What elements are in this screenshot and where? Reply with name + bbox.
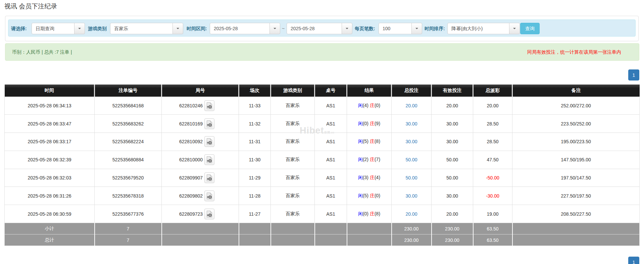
cell-time: 2025-05-28 06:32:03 — [5, 169, 95, 187]
video-replay-button[interactable] — [204, 209, 214, 219]
video-record-icon — [206, 156, 213, 163]
cell-round-id: 622809802 — [162, 187, 239, 205]
total-bet-link[interactable]: 20.00 — [405, 211, 417, 217]
date-to-value: 2025-05-28 — [287, 23, 342, 34]
watermark: Hibet体博.cc — [300, 125, 334, 136]
col-header-1: 注单编号 — [95, 85, 162, 97]
date-type-select-caret[interactable] — [74, 23, 85, 34]
total-bet-link[interactable]: 50.00 — [405, 157, 417, 162]
cell-time: 2025-05-28 06:30:59 — [5, 205, 95, 223]
video-replay-button[interactable] — [204, 191, 214, 201]
video-replay-button[interactable] — [204, 172, 214, 183]
date-to-input[interactable]: 2025-05-28 — [287, 23, 352, 34]
round-id-text: 622809723 — [179, 211, 203, 217]
cell-valid-bet: 20.00 — [432, 97, 473, 115]
total-bet-link[interactable]: 30.00 — [405, 139, 417, 144]
round-id-text: 622810246 — [179, 103, 203, 108]
total-row-payout: 63.50 — [473, 234, 512, 246]
filter-panel: 请选择: 日期查询 游戏类别 百家乐 时间区间: 2025-05-28 ~ 20… — [5, 16, 639, 41]
sort-order-label: 时间排序: — [425, 23, 445, 34]
video-replay-button[interactable] — [204, 100, 214, 111]
result-banker: 庄 — [370, 175, 375, 180]
video-replay-button[interactable] — [204, 118, 214, 129]
video-record-icon — [206, 120, 213, 127]
page-size-label: 每页笔数: — [355, 23, 375, 34]
video-replay-button[interactable] — [204, 136, 214, 147]
result-player-count: (0) — [363, 211, 368, 216]
cell-bet-id: 522535677376 — [95, 205, 162, 223]
result-player-count: (4) — [363, 103, 368, 108]
caret-down-icon — [513, 28, 516, 29]
date-from-caret[interactable] — [269, 23, 280, 34]
cell-valid-bet: 30.00 — [432, 115, 473, 133]
date-type-select[interactable]: 日期查询 — [32, 23, 85, 34]
cell-valid-bet: 50.00 — [432, 169, 473, 187]
cell-bet-id: 522535683262 — [95, 115, 162, 133]
video-record-icon — [206, 138, 213, 145]
cell-valid-bet: 30.00 — [432, 187, 473, 205]
cell-table-no: AS1 — [315, 187, 347, 205]
date-to-caret[interactable] — [342, 23, 352, 34]
total-bet-link[interactable]: 50.00 — [405, 175, 417, 180]
result-player-count: (3) — [363, 175, 368, 180]
result-player-count: (2) — [363, 157, 368, 162]
cell-total-bet: 30.00 — [392, 133, 432, 151]
result-player-count: (0) — [363, 121, 368, 126]
cell-game-type: 百家乐 — [271, 97, 315, 115]
cell-total-bet: 20.00 — [392, 97, 432, 115]
total-bet-link[interactable]: 30.00 — [405, 121, 417, 126]
total-row-result — [347, 234, 392, 246]
search-button[interactable]: 查询 — [520, 23, 540, 34]
col-header-5: 桌号 — [315, 85, 347, 97]
subtotal-row-remark — [512, 223, 640, 234]
result-player: 闲 — [358, 157, 363, 162]
page-title: 视讯 会员下注纪录 — [4, 2, 57, 11]
game-type-select-value: 百家乐 — [110, 23, 173, 34]
result-player: 闲 — [358, 139, 363, 144]
total-row-valid-bet: 230.00 — [432, 234, 473, 246]
page-size-caret[interactable] — [411, 23, 422, 34]
cell-session: 11-33 — [239, 97, 271, 115]
filter-bar: 请选择: 日期查询 游戏类别 百家乐 时间区间: 2025-05-28 ~ 20… — [8, 19, 636, 37]
total-bet-link[interactable]: 20.00 — [405, 103, 417, 108]
cell-payout: -50.00 — [473, 169, 512, 187]
subtotal-row: 小计7230.00230.0063.50 — [5, 223, 640, 234]
cell-remark: 208.50/227.50 — [512, 205, 640, 223]
cell-result: 闲(0) 庄(9) — [347, 115, 392, 133]
cell-payout: 28.50 — [473, 133, 512, 151]
result-banker-count: (0) — [375, 193, 380, 198]
round-id-text: 622809907 — [179, 175, 203, 180]
cell-time: 2025-05-28 06:33:17 — [5, 133, 95, 151]
total-row-label: 总计 — [5, 234, 95, 246]
col-header-10: 备注 — [512, 85, 640, 97]
result-player: 闲 — [358, 103, 363, 108]
video-replay-button[interactable] — [204, 154, 214, 165]
total-bet-link[interactable]: 30.00 — [405, 193, 417, 199]
cell-game-type: 百家乐 — [271, 151, 315, 169]
pagination-page-1-bottom[interactable]: 1 — [628, 257, 639, 264]
result-player: 闲 — [358, 211, 363, 216]
sort-order-caret[interactable] — [509, 23, 520, 34]
page-size-input[interactable]: 100 — [379, 23, 422, 34]
col-header-4: 游戏类别 — [271, 85, 315, 97]
cell-table-no: AS1 — [315, 151, 347, 169]
sort-order-select[interactable]: 降幂(由大到小) — [447, 23, 520, 34]
cell-remark: 227.50/197.50 — [512, 187, 640, 205]
summary-bar: 币别：人民币 | 总共 :7 注单 | 同局有效投注，统一计算在该局第一张注单内 — [5, 43, 639, 61]
cell-table-no: AS1 — [315, 169, 347, 187]
cell-remark: 147.50/195.00 — [512, 151, 640, 169]
cell-session: 11-31 — [239, 133, 271, 151]
subtotal-row-session — [239, 223, 271, 234]
table-header: 时间注单编号局号场次游戏类别桌号结果总投注有效投注总派彩备注 — [5, 85, 640, 97]
round-id-text: 622810092 — [179, 139, 203, 144]
cell-valid-bet: 30.00 — [432, 133, 473, 151]
col-header-0: 时间 — [5, 85, 95, 97]
pagination-page-1-top[interactable]: 1 — [628, 69, 639, 81]
game-type-select[interactable]: 百家乐 — [110, 23, 183, 34]
total-row-round — [162, 234, 239, 246]
game-type-select-caret[interactable] — [172, 23, 183, 34]
cell-session: 11-29 — [239, 169, 271, 187]
date-from-input[interactable]: 2025-05-28 — [210, 23, 280, 34]
cell-remark: 197.50/147.50 — [512, 169, 640, 187]
cell-payout: 47.50 — [473, 151, 512, 169]
